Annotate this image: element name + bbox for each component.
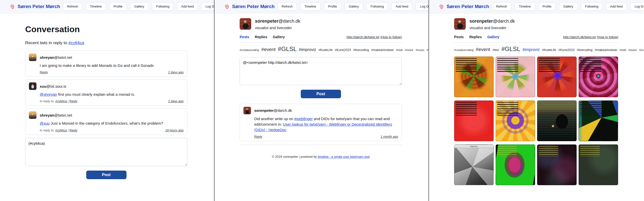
nav-button-timeline[interactable]: Timeline <box>515 3 535 11</box>
site-footer: © 2024 sorenpeter | powered by timeline … <box>240 155 402 159</box>
twt-author: xuu@txt.sour.is <box>40 84 66 88</box>
hashtag-link[interactable]: #creativecoding <box>240 48 259 52</box>
hashtag-link[interactable]: #KodeLife <box>318 48 332 52</box>
nav-button-timeline[interactable]: Timeline <box>300 3 321 11</box>
tab-posts[interactable]: Posts <box>240 35 249 39</box>
in-reply-to-link[interactable]: #cylt4ca <box>55 99 67 103</box>
nav-button-refresh[interactable]: Refresh <box>492 3 511 11</box>
thumbnail-pink-olive-kaleidoscope[interactable] <box>496 57 535 97</box>
thumbnail-red-purple-kaleidoscope[interactable] <box>537 57 577 97</box>
nav-button-log-out[interactable]: Log Out <box>416 3 429 11</box>
avatar <box>29 111 36 119</box>
hashtag-link[interactable]: #Kune2023 <box>335 48 351 52</box>
tab-gallery[interactable]: Gallery <box>487 35 499 39</box>
nav-button-log-out[interactable]: Log Out <box>201 3 214 11</box>
hashtag-link[interactable]: #makeartnotwar <box>595 48 617 52</box>
thumbnail-dark-maroon-wisps[interactable] <box>537 144 577 185</box>
tab-replies[interactable]: Replies <box>255 35 267 39</box>
twt-author: shreyan@twtxt.net <box>40 55 72 60</box>
nav-button-add-feed[interactable]: Add feed <box>177 3 198 11</box>
thumbnail-orange-kaleidoscope[interactable] <box>454 57 494 97</box>
thumbnail-red-rings[interactable] <box>454 100 494 141</box>
thumbnail-dark-green-3d-shapes[interactable] <box>579 100 618 141</box>
feed-url-link[interactable]: http://darch.dk/twtxt.txt <box>563 35 596 39</box>
nav-button-timeline[interactable]: Timeline <box>86 3 106 11</box>
hashtag-link[interactable]: #KodeLife <box>542 48 556 52</box>
reply-link[interactable]: Reply <box>69 99 77 103</box>
nav-button-add-feed[interactable]: Add feed <box>391 3 412 11</box>
reply-link[interactable]: Reply <box>40 71 48 74</box>
thumbnail-dark-noise-texture[interactable] <box>579 144 618 185</box>
hashtag-inline-link[interactable]: #webfinger <box>294 117 313 121</box>
post-button[interactable]: Post <box>86 171 126 179</box>
hashtag-link[interactable]: #midi <box>396 48 403 52</box>
post-button[interactable]: Post <box>301 90 341 98</box>
nav-button-following[interactable]: Following <box>581 3 603 11</box>
timestamp-link[interactable]: 2 days ago <box>168 71 184 74</box>
nav-button-refresh[interactable]: Refresh <box>277 3 297 11</box>
nav-button-profile[interactable]: Profile <box>324 3 341 11</box>
thumbnail-grayscale-improviz-window[interactable]: Improviz <box>454 144 494 185</box>
thumbnail-livecoding-performance-photo[interactable] <box>537 100 577 141</box>
thumbnail-green-wireframe-blob[interactable] <box>496 144 535 185</box>
footer-link[interactable]: timeline - a single user twtxt/yarn pod <box>318 155 369 159</box>
post-textarea[interactable]: @<sorenpeter http://darch.dk/twtxt.txt> <box>240 57 402 85</box>
hashtag-link[interactable]: #improviz <box>523 47 540 52</box>
tab-posts[interactable]: Posts <box>454 35 464 39</box>
tab-gallery[interactable]: Gallery <box>273 35 285 39</box>
feed-url-link[interactable]: http://darch.dk/twtxt.txt <box>347 35 379 39</box>
hashtag-link[interactable]: #livecoding <box>577 48 592 52</box>
hashtag-link[interactable]: #midi <box>620 48 626 52</box>
profile-tabs-row: Posts Replies Gallery http://darch.dk/tw… <box>240 35 402 39</box>
how-to-follow-link[interactable]: How to follow <box>381 35 401 39</box>
twt-card: shreyan@twtxt.net @xuu Just a Monoid in … <box>25 108 187 135</box>
hashtag-link[interactable]: #improviz <box>299 47 316 52</box>
nav-button-gallery[interactable]: Gallery <box>345 3 363 11</box>
profile-avatar <box>240 18 251 30</box>
hashtag-link[interactable]: #event <box>476 47 490 52</box>
tab-replies[interactable]: Replies <box>469 35 482 39</box>
nav-button-gallery[interactable]: Gallery <box>559 3 578 11</box>
timestamp-link[interactable]: 1 month ago <box>381 135 398 138</box>
brand-link[interactable]: Søren Peter Mørch <box>232 4 275 9</box>
reply-link[interactable]: Reply <box>254 135 262 138</box>
nav-button-profile[interactable]: Profile <box>109 3 127 11</box>
app-header: Søren Peter Mørch RefreshTimelineProfile… <box>429 0 643 13</box>
hashtag-cloud: #creativecoding#event#GLSL#improviz#Kode… <box>240 45 402 53</box>
thumbnail-orange-purple-kaleidoscope[interactable] <box>496 100 535 141</box>
hashtag-link[interactable]: #GLSL <box>278 45 297 52</box>
hashtag-link[interactable]: #livecoding <box>353 48 369 52</box>
timestamp-link[interactable]: 19 hours ago <box>165 129 184 132</box>
nav-button-following[interactable]: Following <box>152 3 174 11</box>
reply-link[interactable]: Reply <box>69 129 77 132</box>
brand-link[interactable]: Søren Peter Mørch <box>18 4 60 9</box>
nav-button-log-out[interactable]: Log Out <box>630 3 643 11</box>
hashtag-link[interactable]: #creativecoding <box>454 48 474 52</box>
nav-button-following[interactable]: Following <box>366 3 388 11</box>
twt-body: I am going to make a library to add Mona… <box>40 63 184 68</box>
nav-button-add-feed[interactable]: Add feed <box>606 3 627 11</box>
timestamp-link[interactable]: 2 days ago <box>168 99 184 103</box>
reply-textarea[interactable]: (#cylt4ca) <box>25 138 187 166</box>
mention-link[interactable]: @shreyan <box>40 92 57 96</box>
mention-link[interactable]: @xuu <box>40 121 50 125</box>
conversation-hash-link[interactable]: #cylt4ca <box>68 40 84 45</box>
hashtag-link[interactable]: #filter <box>492 48 499 52</box>
nav-button-refresh[interactable]: Refresh <box>63 3 82 11</box>
hashtag-link[interactable]: #GLSL <box>501 45 520 52</box>
hashtag-link[interactable]: #music <box>639 48 643 52</box>
hashtag-link[interactable]: #makeartnotwar <box>371 48 394 52</box>
hashtag-link[interactable]: #event <box>261 47 276 52</box>
hashtag-link[interactable]: #moire <box>628 48 637 52</box>
brand-link[interactable]: Søren Peter Mørch <box>447 4 489 9</box>
in-reply-to-link[interactable]: #cylt4ca <box>55 129 67 132</box>
nav-button-profile[interactable]: Profile <box>538 3 556 11</box>
hashtag-link[interactable]: #moire <box>405 48 413 52</box>
hashtag-link[interactable]: #Kune2023 <box>559 48 575 52</box>
hashtag-link[interactable]: #paintOver <box>427 48 429 52</box>
profile-bio: visualist and livecoder <box>255 26 300 30</box>
hashtag-link[interactable]: #music <box>416 48 424 52</box>
thumbnail-magenta-rings[interactable] <box>579 57 618 97</box>
nav-button-gallery[interactable]: Gallery <box>130 3 149 11</box>
how-to-follow-link[interactable]: How to follow <box>598 35 617 39</box>
